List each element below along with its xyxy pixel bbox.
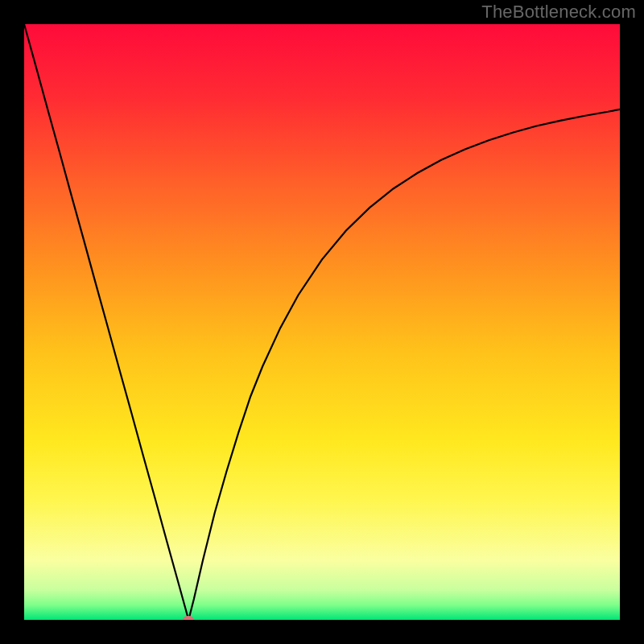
plot-area	[24, 24, 620, 620]
gradient-background	[24, 24, 620, 620]
chart-frame: TheBottleneck.com	[0, 0, 644, 644]
watermark-text: TheBottleneck.com	[481, 2, 636, 23]
chart-svg	[24, 24, 620, 620]
vertex-marker	[183, 616, 194, 620]
